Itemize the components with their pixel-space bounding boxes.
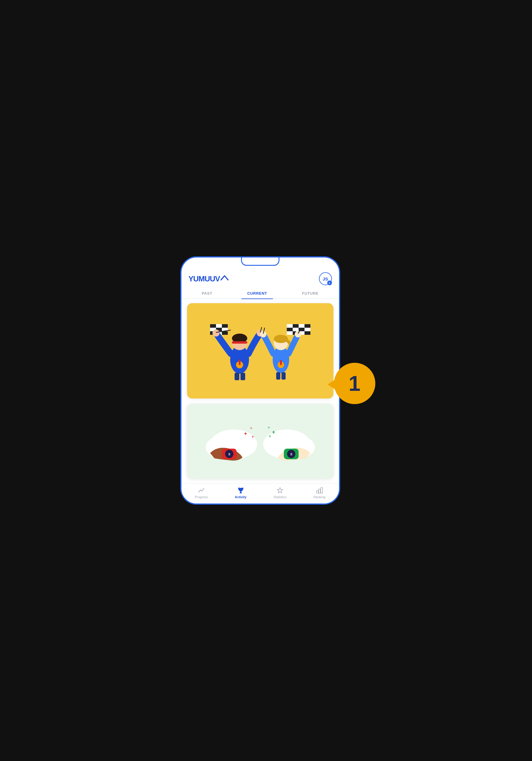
svg-rect-12	[299, 324, 305, 328]
svg-rect-11	[293, 324, 299, 328]
svg-rect-17	[305, 328, 310, 331]
nav-activity[interactable]: Activity	[235, 486, 247, 499]
svg-text:+: +	[267, 425, 270, 430]
svg-rect-3	[222, 324, 228, 328]
card-1-body: YuMuuv 10K STEPS A DAY KEEP THE DOCTOR A…	[187, 398, 333, 399]
svg-text:⏸: ⏸	[289, 452, 293, 456]
svg-rect-39	[276, 372, 280, 380]
tab-current[interactable]: CURRENT	[241, 288, 273, 299]
nav-ranking[interactable]: Ranking	[313, 486, 325, 499]
nav-statistics[interactable]: Statistics	[273, 486, 286, 499]
card-1-image	[187, 303, 333, 398]
svg-text:+: +	[251, 434, 254, 439]
svg-text:+: +	[250, 426, 252, 430]
svg-text:+: +	[272, 429, 275, 435]
svg-marker-66	[277, 488, 283, 493]
avatar[interactable]: JS +	[319, 272, 332, 285]
bottom-nav: Progress Activity	[181, 483, 339, 503]
badge-number: 1	[348, 373, 360, 394]
svg-text:+: +	[244, 431, 247, 437]
phone-content: YUMUUV JS + PAST CURRENT FUTURE	[181, 258, 339, 503]
nav-progress-label: Progress	[195, 495, 208, 499]
tab-past[interactable]: PAST	[196, 288, 218, 299]
svg-rect-14	[287, 328, 293, 331]
svg-rect-2	[216, 324, 222, 328]
svg-rect-9	[222, 331, 228, 335]
svg-rect-68	[319, 489, 321, 493]
card-2-body: YuMuuv	[187, 479, 333, 479]
phone-frame: YUMUUV JS + PAST CURRENT FUTURE	[181, 257, 340, 504]
svg-rect-69	[321, 488, 323, 493]
svg-point-26	[212, 329, 219, 336]
badge-bubble: 1	[334, 363, 375, 404]
card-2-image: ⏸ + + + ⏸ +	[187, 404, 333, 479]
svg-point-35	[260, 331, 266, 337]
svg-rect-65	[240, 493, 242, 494]
ranking-icon	[316, 486, 324, 494]
svg-point-34	[274, 335, 288, 343]
nav-activity-label: Activity	[235, 495, 247, 499]
svg-rect-13	[305, 324, 310, 328]
logo: YUMUUV	[189, 274, 229, 283]
avatar-plus-icon: +	[327, 280, 332, 285]
header: YUMUUV JS +	[181, 268, 339, 288]
svg-rect-64	[240, 492, 241, 493]
tabs-bar: PAST CURRENT FUTURE	[181, 288, 339, 299]
svg-rect-1	[210, 324, 216, 328]
svg-rect-15	[293, 328, 299, 331]
svg-rect-38	[280, 360, 282, 365]
card-2: ⏸ + + + ⏸ +	[187, 403, 334, 479]
svg-rect-40	[281, 372, 286, 380]
svg-rect-21	[305, 331, 310, 335]
svg-rect-25	[232, 341, 247, 344]
svg-rect-67	[317, 491, 319, 493]
svg-rect-18	[287, 331, 293, 335]
svg-rect-10	[287, 324, 293, 328]
svg-rect-30	[235, 373, 239, 380]
cards-container: YuMuuv 10K STEPS A DAY KEEP THE DOCTOR A…	[181, 299, 339, 483]
nav-statistics-label: Statistics	[273, 495, 286, 499]
logo-arrow-icon	[220, 275, 229, 283]
svg-text:+: +	[268, 434, 271, 439]
svg-text:⏸: ⏸	[227, 452, 231, 456]
trophy-icon	[237, 486, 245, 494]
phone-notch	[241, 258, 279, 266]
scene: YUMUUV JS + PAST CURRENT FUTURE	[175, 254, 358, 507]
chart-line-icon	[198, 486, 205, 494]
tab-future[interactable]: FUTURE	[296, 288, 325, 299]
svg-rect-31	[240, 373, 245, 380]
nav-progress[interactable]: Progress	[195, 486, 208, 499]
svg-point-36	[295, 331, 301, 337]
star-icon	[276, 486, 284, 494]
svg-rect-29	[239, 360, 240, 365]
card-1: YuMuuv 10K STEPS A DAY KEEP THE DOCTOR A…	[187, 303, 334, 399]
logo-text: YUMUUV	[189, 274, 220, 283]
nav-ranking-label: Ranking	[313, 495, 325, 499]
